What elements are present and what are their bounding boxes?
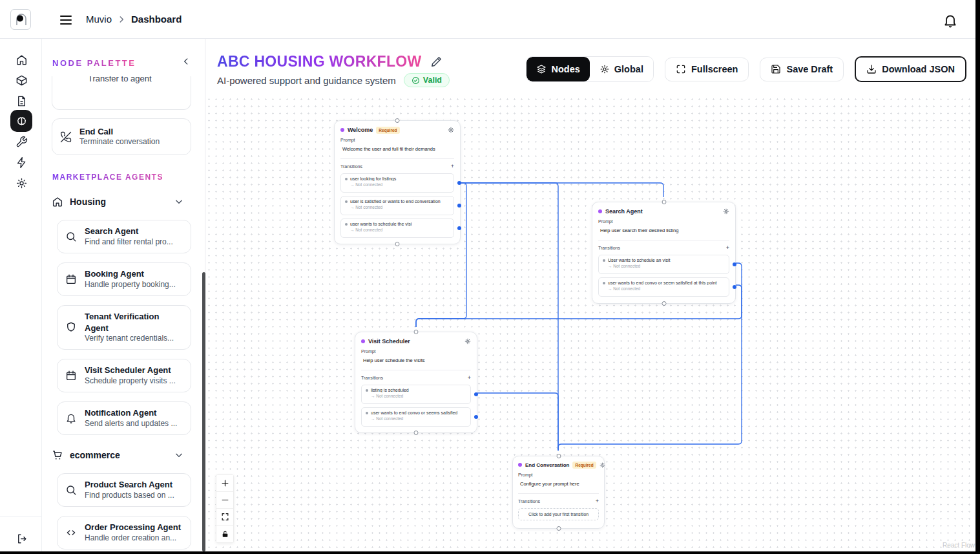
prompt-text[interactable]: Help user search their desired listing	[600, 228, 729, 234]
breadcrumb-brand[interactable]: Muvio	[86, 14, 112, 25]
edge-visit-to-end	[474, 393, 558, 451]
rail-zap-icon[interactable]	[10, 151, 32, 173]
transition-label: User wants to schedule an visit	[608, 258, 671, 262]
app-logo[interactable]	[10, 9, 31, 30]
add-transition-icon[interactable]: +	[468, 374, 471, 381]
fit-view-icon[interactable]	[216, 509, 233, 526]
agent-card-booking[interactable]: Booking Agent Handle property booking...	[57, 262, 191, 296]
node-settings-gear-icon[interactable]	[723, 208, 729, 215]
palette-card-transfer-call[interactable]: Transfer to agent	[52, 76, 191, 110]
logout-icon[interactable]	[10, 527, 32, 549]
transition-status: → Not connected	[608, 286, 725, 291]
download-json-button[interactable]: Download JSON	[855, 56, 966, 82]
rail-home-icon[interactable]	[10, 48, 32, 70]
node-end-conversation[interactable]: End Conversation Required Prompt Configu…	[512, 456, 605, 529]
workflow-canvas[interactable]: Welcome Required Prompt Welcome the user…	[205, 96, 980, 554]
add-transition-icon[interactable]: +	[451, 163, 454, 169]
rail-brain-icon-active[interactable]	[10, 110, 32, 132]
agent-card-search[interactable]: Search Agent Find and filter rental pro.…	[57, 220, 191, 253]
agent-subtitle: Verify tenant credentials...	[85, 334, 183, 344]
search-icon	[65, 484, 77, 496]
transition-item[interactable]: user looking for listings → Not connecte…	[340, 173, 454, 193]
node-handle-top[interactable]	[395, 118, 400, 123]
add-transition-icon[interactable]: +	[596, 498, 599, 504]
zoom-out-icon[interactable]	[216, 492, 233, 509]
transition-source-handle[interactable]	[474, 415, 478, 419]
node-settings-gear-icon[interactable]	[599, 462, 605, 468]
group-housing[interactable]: Housing	[52, 193, 191, 211]
palette-card-end-call[interactable]: End Call Terminate conversation	[52, 118, 191, 155]
transition-label: listing is scheduled	[371, 388, 409, 392]
rail-package-icon[interactable]	[10, 69, 32, 91]
transition-item[interactable]: user wants to end convo or seem satisfie…	[598, 277, 729, 297]
node-handle-bottom[interactable]	[395, 242, 400, 246]
node-title: Search Agent	[605, 208, 643, 215]
add-transition-icon[interactable]: +	[726, 244, 729, 251]
transition-source-handle[interactable]	[457, 181, 461, 185]
node-settings-gear-icon[interactable]	[464, 338, 471, 345]
prompt-label: Prompt	[598, 219, 729, 225]
save-draft-button[interactable]: Save Draft	[760, 58, 844, 81]
transition-source-handle[interactable]	[733, 262, 736, 266]
tab-nodes[interactable]: Nodes	[526, 57, 589, 81]
node-status-dot	[598, 209, 602, 213]
transition-source-handle[interactable]	[457, 226, 461, 230]
notifications-bell-icon[interactable]	[943, 13, 958, 28]
node-handle-top[interactable]	[662, 200, 666, 204]
icon-rail	[0, 39, 42, 554]
sidebar-scrollbar[interactable]	[202, 272, 205, 551]
agent-card-tenant-verification[interactable]: Tenant Verification Agent Verify tenant …	[57, 305, 191, 350]
transition-source-handle[interactable]	[474, 392, 478, 396]
node-handle-bottom[interactable]	[662, 301, 666, 306]
agent-card-notification[interactable]: Notification Agent Send alerts and updat…	[57, 401, 191, 435]
tab-global[interactable]: Global	[590, 57, 653, 81]
transition-label: user wants to end convo or seems satisfi…	[371, 410, 457, 415]
lock-icon[interactable]	[216, 526, 233, 542]
fullscreen-button[interactable]: Fullscreen	[665, 58, 749, 81]
edit-pencil-icon[interactable]	[430, 56, 443, 68]
prompt-text[interactable]: Welcome the user and full fil their dema…	[342, 146, 454, 153]
bell-icon	[65, 412, 77, 424]
node-handle-bottom[interactable]	[414, 431, 419, 435]
transition-item[interactable]: user wants to end convo or seems satisfi…	[361, 407, 471, 427]
prompt-text[interactable]: Configure your prompt here	[520, 481, 599, 487]
node-settings-gear-icon[interactable]	[448, 127, 454, 133]
agent-card-visit-scheduler[interactable]: Visit Scheduler Agent Schedule property …	[57, 359, 191, 392]
chevron-right-icon	[117, 15, 126, 24]
transition-item[interactable]: user wants to schedule the visi → Not co…	[340, 218, 454, 238]
transition-item[interactable]: user is satisfied or wants to end conver…	[340, 196, 454, 215]
window-scrollbar-vertical[interactable]	[975, 0, 980, 554]
add-first-transition[interactable]: Click to add your first transition	[518, 508, 599, 520]
fullscreen-icon	[676, 64, 686, 74]
rail-settings-icon[interactable]	[10, 172, 32, 194]
node-handle-bottom[interactable]	[556, 526, 561, 531]
node-welcome[interactable]: Welcome Required Prompt Welcome the user…	[334, 120, 461, 244]
check-circle-icon	[412, 76, 420, 85]
agent-card-product-search[interactable]: Product Search Agent Find products based…	[57, 473, 191, 507]
window-scrollbar-horizontal[interactable]	[0, 551, 980, 554]
transition-item[interactable]: User wants to schedule an visit → Not co…	[598, 255, 729, 274]
node-handle-top[interactable]	[556, 454, 561, 458]
zoom-in-icon[interactable]	[216, 475, 233, 492]
prompt-text[interactable]: Help user schedule the visits	[363, 357, 471, 364]
transitions-label: Transitions	[361, 376, 383, 380]
agent-title: Product Search Agent	[85, 479, 174, 491]
collapse-sidebar-icon[interactable]	[182, 57, 191, 66]
node-visit-scheduler[interactable]: Visit Scheduler Prompt Help user schedul…	[355, 332, 477, 433]
rail-wrench-icon[interactable]	[10, 131, 32, 153]
transition-label: user looking for listings	[350, 176, 396, 181]
node-status-dot	[361, 339, 365, 343]
group-ecommerce[interactable]: ecommerce	[52, 446, 191, 464]
transition-source-handle[interactable]	[457, 204, 461, 208]
rail-file-icon[interactable]	[10, 90, 32, 112]
transition-label: user wants to end convo or seem satisfie…	[608, 281, 716, 285]
transitions-label: Transitions	[598, 246, 620, 250]
transition-item[interactable]: listing is scheduled → Not connected	[361, 385, 471, 404]
react-flow-attribution[interactable]: React Flow	[943, 542, 975, 549]
node-handle-top[interactable]	[414, 330, 419, 334]
transition-source-handle[interactable]	[733, 285, 736, 289]
node-search-agent[interactable]: Search Agent Prompt Help user search the…	[592, 202, 736, 304]
menu-icon[interactable]	[58, 12, 74, 28]
agent-card-order-processing[interactable]: Order Processing Agent Handle order crea…	[57, 516, 191, 549]
search-icon	[65, 231, 77, 242]
